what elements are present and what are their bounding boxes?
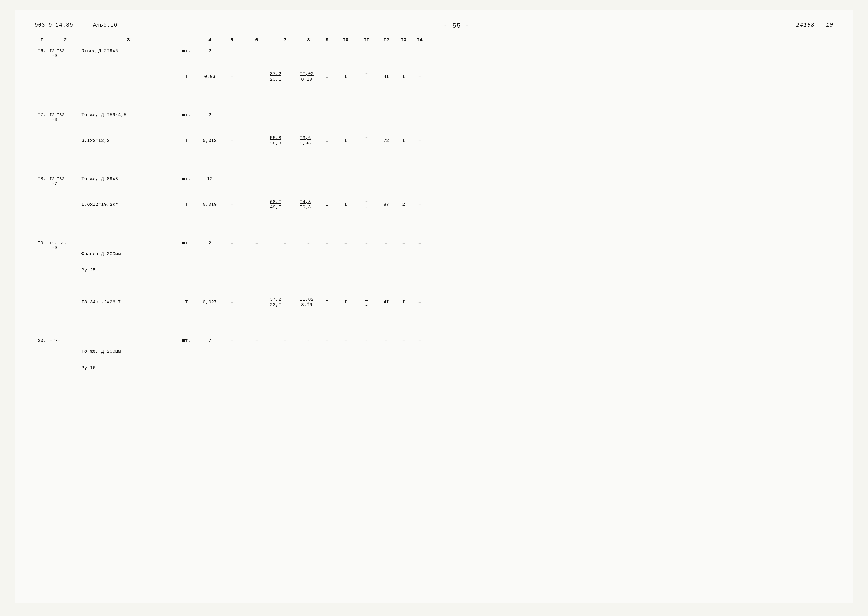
- entry-19-c8-2: –: [299, 299, 318, 305]
- header-left: 903-9-24.89 Альб.IO: [34, 22, 118, 28]
- entry-16-c10-1: –: [336, 48, 356, 53]
- entry-17-c11-2: – –: [356, 123, 378, 158]
- entry-19-num: I9.: [34, 240, 49, 246]
- entry-19-c10-1: –: [336, 240, 356, 246]
- col-header-11: II: [356, 37, 378, 43]
- entry-18-c7-1: –: [271, 176, 299, 182]
- entry-16-c13-1: –: [395, 48, 412, 53]
- entry-20-c12-1: –: [378, 338, 395, 343]
- entry-16-c10-2: I: [336, 74, 356, 79]
- entry-18-c6-1: –: [242, 176, 271, 182]
- entry-18: I8. I2-I62--7 То же, Д 89x3 шт. I2 – – –…: [34, 176, 834, 222]
- entry-19-qty2: 0,027: [197, 299, 222, 305]
- entry-17-c12-1: –: [378, 112, 395, 118]
- entry-18-num: I8.: [34, 176, 49, 182]
- entry-20: 20. –"-– То же, Д 200мм Ру I6 шт. 7 – – …: [34, 337, 834, 382]
- entry-18-c12-1: –: [378, 176, 395, 182]
- entry-17: I7. I2-I62--8 То же, Д I59x4,5 шт. 2 – –…: [34, 112, 834, 158]
- entry-16-qty2: 0,03: [197, 74, 222, 79]
- entry-19-c6-2: 37,2 23,I: [242, 291, 271, 313]
- entry-20-row1: 20. –"-– То же, Д 200мм Ру I6 шт. 7 – – …: [34, 337, 834, 382]
- entry-16-c5-1: –: [222, 48, 242, 53]
- col-header-6: 6: [242, 37, 271, 43]
- entry-16-c5-2: –: [222, 74, 242, 79]
- entry-17-c5-2: –: [222, 138, 242, 143]
- entry-16-c13-2: I: [395, 74, 412, 79]
- entry-16-row2: Т 0,03 – 37,2 23,I II,02 8,I9 – I: [34, 58, 834, 94]
- col-header-13: I3: [395, 37, 412, 43]
- doc-number: 903-9-24.89: [34, 22, 73, 28]
- col-header-14: I4: [412, 37, 427, 43]
- entry-18-code: I2-I62--7: [49, 177, 81, 186]
- entry-16-unit1: шт.: [175, 48, 197, 53]
- entry-20-unit1: шт.: [175, 338, 197, 343]
- page-center: - 55 -: [444, 22, 470, 30]
- entry-20-c9-1: –: [318, 338, 336, 343]
- entry-19-c9-2: I: [318, 299, 336, 305]
- entry-16-num: I6.: [34, 48, 49, 53]
- entry-19: I9. I2-I62--9 Фланец Д 200мм Ру 25 шт. 2…: [34, 240, 834, 320]
- col-header-8: 8: [299, 37, 318, 43]
- entry-17-c13-2: I: [395, 138, 412, 143]
- entry-19-c12-1: –: [378, 240, 395, 246]
- entry-18-c12-2: 87: [378, 202, 395, 207]
- entry-16-c8-2: –: [299, 74, 318, 79]
- entry-17-c9-2: I: [318, 138, 336, 143]
- entry-20-c11-1: –: [356, 338, 378, 343]
- entry-17-row2: 6,Ix2=I2,2 Т 0,0I2 – 55,8 38,8 I3,6 9,96: [34, 123, 834, 158]
- table-body: I6. I2-I62--9 Отвод Д 2I9x6 шт. 2 – – – …: [34, 48, 834, 382]
- entry-19-c13-2: I: [395, 299, 412, 305]
- entry-19-c12-2: 4I: [378, 299, 395, 305]
- entry-16-c11-1: –: [356, 48, 378, 53]
- entry-17-c10-1: –: [336, 112, 356, 118]
- entry-18-c10-1: –: [336, 176, 356, 182]
- entry-19-c13-1: –: [395, 240, 412, 246]
- doc-right: 24158 - 10: [796, 22, 834, 28]
- entry-19-desc2: I3,34кгx2=26,7: [81, 299, 175, 305]
- col-header-3: 3: [81, 37, 175, 43]
- entry-16-c14-1: –: [412, 48, 427, 53]
- entry-18-c10-2: I: [336, 202, 356, 207]
- entry-17-c11-1: –: [356, 112, 378, 118]
- entry-20-c8-1: –: [299, 338, 318, 343]
- entry-16-c8-1: –: [299, 48, 318, 53]
- entry-19-c11-2: – –: [356, 285, 378, 320]
- entry-17-c5-1: –: [222, 112, 242, 118]
- col-header-4: 4: [197, 37, 222, 43]
- entry-17-desc2: 6,Ix2=I2,2: [81, 138, 175, 143]
- entry-19-unit1: шт.: [175, 240, 197, 246]
- entry-17-c13-1: –: [395, 112, 412, 118]
- header: 903-9-24.89 Альб.IO - 55 - 24158 - 10: [34, 22, 834, 30]
- entry-17-c14-1: –: [412, 112, 427, 118]
- entry-17-unit2: Т: [175, 138, 197, 143]
- entry-16-c6-2: 37,2 23,I: [242, 66, 271, 88]
- page: 903-9-24.89 Альб.IO - 55 - 24158 - 10 I …: [15, 10, 853, 603]
- entry-19-row2: I3,34кгx2=26,7 Т 0,027 – 37,2 23,I II,02…: [34, 284, 834, 320]
- entry-18-c5-2: –: [222, 202, 242, 207]
- entry-18-c9-1: –: [318, 176, 336, 182]
- album-label: Альб.IO: [93, 22, 117, 28]
- entry-19-c5-2: –: [222, 299, 242, 305]
- col-header-2: 2: [49, 37, 81, 43]
- entry-18-unit1: шт.: [175, 176, 197, 182]
- entry-19-qty1: 2: [197, 240, 222, 246]
- entry-18-c8-1: –: [299, 176, 318, 182]
- col-header-9: 9: [318, 37, 336, 43]
- entry-18-desc2: I,6xI2=I9,2кг: [81, 202, 175, 207]
- entry-19-c10-2: I: [336, 299, 356, 305]
- entry-16-c12-2: 4I: [378, 74, 395, 79]
- entry-20-c6-1: –: [242, 338, 271, 343]
- entry-19-c7-1: –: [271, 240, 299, 246]
- entry-16: I6. I2-I62--9 Отвод Д 2I9x6 шт. 2 – – – …: [34, 48, 834, 94]
- entry-19-desc1: Фланец Д 200мм Ру 25: [81, 240, 175, 284]
- column-headers: I 2 3 4 5 6 7 8 9 IO II I2 I3 I4: [34, 35, 834, 45]
- entry-16-row1: I6. I2-I62--9 Отвод Д 2I9x6 шт. 2 – – – …: [34, 48, 834, 58]
- entry-18-c6-2: 68,I 49,I: [242, 194, 271, 215]
- col-header-1: I: [34, 37, 49, 43]
- col-header-12: I2: [378, 37, 395, 43]
- entry-18-row2: I,6xI2=I9,2кг Т 0,0I9 – 68,I 49,I I4,8 I…: [34, 187, 834, 222]
- entry-20-c10-1: –: [336, 338, 356, 343]
- entry-17-num: I7.: [34, 112, 49, 118]
- col-header-5: 5: [222, 37, 242, 43]
- entry-18-qty2: 0,0I9: [197, 202, 222, 207]
